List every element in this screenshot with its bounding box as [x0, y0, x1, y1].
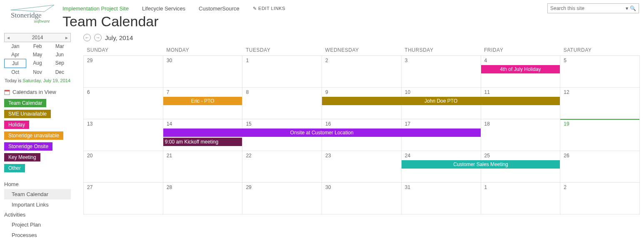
nav-processes[interactable]: Processes — [4, 230, 71, 240]
month-aug[interactable]: Aug — [26, 59, 48, 68]
month-may[interactable]: May — [26, 50, 48, 59]
calendar-cell[interactable]: 12 — [560, 88, 640, 119]
year-picker: ◄ 2014 ► — [4, 33, 71, 42]
search-box[interactable]: ▾ 🔍 — [547, 3, 639, 13]
event-eric-pto[interactable]: Eric - PTO — [163, 97, 242, 105]
calendar-cell[interactable]: 20 — [84, 151, 163, 183]
nav-home[interactable]: Home — [4, 179, 71, 189]
month-mar[interactable]: Mar — [49, 42, 71, 50]
calendar-cell[interactable]: 9John Doe PTO — [322, 88, 402, 119]
month-jan[interactable]: Jan — [4, 42, 26, 50]
calendar-cell[interactable]: 10 — [401, 88, 481, 119]
calendar-grid: SUNDAYMONDAYTUESDAYWEDNESDAYTHURSDAYFRID… — [83, 45, 640, 214]
calendar-cell[interactable]: 3 — [401, 56, 481, 88]
calendar-cell[interactable]: 29 — [242, 183, 322, 214]
day-header: SATURDAY — [560, 45, 640, 56]
calendar-cell[interactable]: 6 — [84, 88, 163, 119]
day-header: THURSDAY — [401, 45, 481, 56]
search-dropdown-icon[interactable]: ▾ — [625, 5, 629, 11]
legend-stoneridge-onsite[interactable]: Stoneridge Onsite — [4, 142, 52, 151]
search-input[interactable] — [549, 5, 625, 12]
event-fourth-july[interactable]: 4th of July Holiday — [481, 65, 560, 73]
calendar-cell[interactable]: 1 — [481, 183, 560, 214]
nav-activities[interactable]: Activities — [4, 210, 71, 219]
calendar-cell[interactable]: 24Customer Sales Meeting — [401, 151, 481, 183]
calendar-cell[interactable]: 31 — [401, 183, 481, 214]
calendar-cell[interactable]: 2 — [322, 56, 402, 88]
calendar-cell[interactable]: 30 — [322, 183, 402, 214]
calendar-cell[interactable]: 28 — [163, 183, 242, 214]
legend-key-meeting[interactable]: Key Meeting — [4, 153, 40, 161]
year-label: 2014 — [32, 35, 43, 40]
calendar-cell[interactable]: 26 — [560, 151, 640, 183]
month-jul[interactable]: Jul — [4, 59, 26, 68]
page-title: Team Calendar — [62, 13, 547, 30]
month-nov[interactable]: Nov — [26, 68, 48, 76]
svg-marker-0 — [11, 5, 54, 12]
edit-links-button[interactable]: ✎ EDIT LINKS — [253, 6, 285, 11]
event-kickoff[interactable]: 9:00 am Kickoff meeting — [163, 138, 242, 146]
month-oct[interactable]: Oct — [4, 68, 26, 76]
calendars-in-view-header: Calendars in View — [4, 89, 71, 95]
nav-important-links[interactable]: Important Links — [4, 199, 71, 210]
calendar-cell[interactable]: 1 — [242, 56, 322, 88]
calendar-cell[interactable]: 23 — [322, 151, 402, 183]
calendar-cell[interactable]: 11 — [481, 88, 560, 119]
month-dec[interactable]: Dec — [49, 68, 71, 76]
calendar-cell[interactable]: 25 — [481, 151, 560, 183]
month-jun[interactable]: Jun — [49, 50, 71, 59]
day-header: MONDAY — [163, 45, 242, 56]
calendar-icon — [4, 89, 10, 95]
calendar-cell[interactable]: 16 — [322, 119, 402, 151]
calendar-next-button[interactable]: → — [94, 34, 102, 41]
month-grid: JanFebMarAprMayJunJulAugSepOctNovDec — [4, 42, 71, 76]
month-sep[interactable]: Sep — [49, 59, 71, 68]
legend-sme-unavailable[interactable]: SME Unavailable — [4, 110, 51, 118]
calendar-cell[interactable]: 22 — [242, 151, 322, 183]
calendar-cell[interactable]: 18 — [481, 119, 560, 151]
calendar-cell[interactable]: 8 — [242, 88, 322, 119]
month-apr[interactable]: Apr — [4, 50, 26, 59]
calendar-title: July, 2014 — [105, 34, 133, 41]
calendar-cell[interactable]: 30 — [163, 56, 242, 88]
nav-lifecycle-services[interactable]: Lifecycle Services — [142, 5, 185, 12]
day-header: WEDNESDAY — [322, 45, 402, 56]
logo: Stoneridge software — [7, 3, 57, 24]
day-header: TUESDAY — [242, 45, 322, 56]
calendar-cell[interactable]: 13 — [84, 119, 163, 151]
calendar-cell[interactable]: 15 — [242, 119, 322, 151]
legend-holiday[interactable]: Holiday — [4, 121, 29, 129]
calendar-prev-button[interactable]: ← — [83, 34, 91, 41]
nav-customersource[interactable]: CustomerSource — [199, 5, 240, 12]
calendar-cell[interactable]: 21 — [163, 151, 242, 183]
svg-rect-4 — [5, 90, 10, 91]
legend-stoneridge-unavailable[interactable]: Stoneridge unavailable — [4, 131, 63, 140]
calendar-cell[interactable]: 7Eric - PTO — [163, 88, 242, 119]
today-line: Today is Saturday, July 19, 2014 — [4, 76, 71, 87]
calendar-cell[interactable]: 44th of July Holiday — [481, 56, 560, 88]
legend-other[interactable]: Other — [4, 164, 25, 172]
calendar-cell[interactable]: 29 — [84, 56, 163, 88]
year-prev-button[interactable]: ◄ — [5, 35, 12, 40]
day-header: SUNDAY — [84, 45, 163, 56]
year-next-button[interactable]: ► — [63, 35, 70, 40]
calendar-cell[interactable]: 17 — [401, 119, 481, 151]
calendar-cell[interactable]: 5 — [560, 56, 640, 88]
day-header: FRIDAY — [481, 45, 560, 56]
calendar-cell[interactable]: 19 — [560, 119, 640, 151]
search-icon[interactable]: 🔍 — [629, 5, 637, 11]
calendar-cell[interactable]: 14Onsite at Customer Location9:00 am Kic… — [163, 119, 242, 151]
svg-text:software: software — [34, 18, 50, 23]
pencil-icon: ✎ — [253, 6, 257, 11]
calendar-cell[interactable]: 2 — [560, 183, 640, 214]
nav-project-plan[interactable]: Project Plan — [4, 219, 71, 230]
calendar-cell[interactable]: 27 — [84, 183, 163, 214]
legend-team-calendar[interactable]: Team Calendar — [4, 99, 46, 107]
nav-team-calendar[interactable]: Team Calendar — [4, 189, 71, 199]
nav-implementation-project-site[interactable]: Implementation Project Site — [62, 5, 129, 12]
month-feb[interactable]: Feb — [26, 42, 48, 50]
